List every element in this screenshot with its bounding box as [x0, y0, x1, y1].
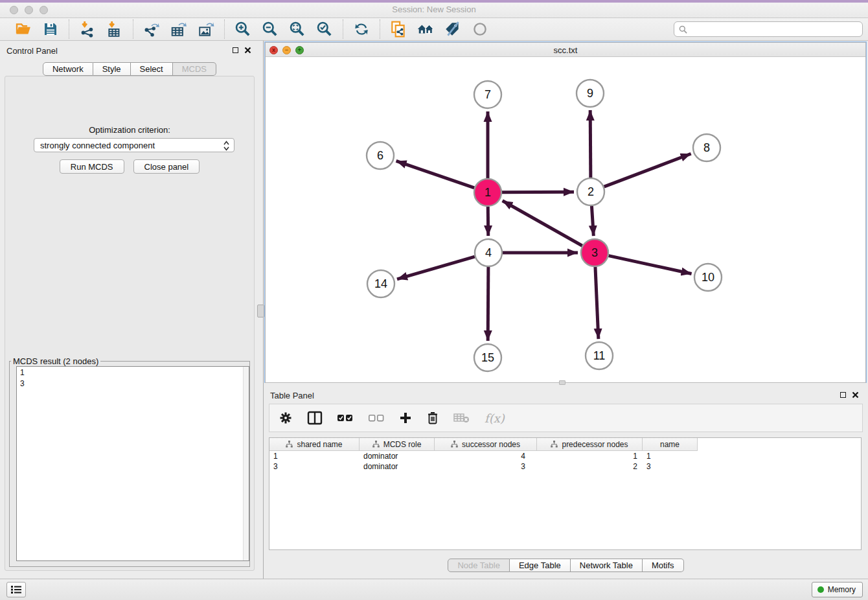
control-panel-float-icon[interactable]: [233, 47, 238, 53]
mcds-result-groupbox: MCDS result (2 nodes) 1 3: [9, 356, 250, 567]
svg-text:10: 10: [702, 271, 714, 284]
graph-node-11[interactable]: 11: [586, 342, 613, 369]
graph-node-4[interactable]: 4: [475, 239, 502, 266]
graph-edge-1-2[interactable]: [502, 192, 574, 192]
apply-function-icon[interactable]: f(x): [485, 411, 505, 425]
node-table[interactable]: shared nameMCDS rolesuccessor nodesprede…: [269, 437, 862, 550]
zoom-out-icon[interactable]: [261, 20, 279, 38]
table-row[interactable]: 1dominator411: [269, 451, 861, 461]
graph-edge-3-1[interactable]: [503, 201, 582, 246]
graph-edge-3-10[interactable]: [608, 256, 691, 274]
criterion-dropdown[interactable]: strongly connected component: [34, 138, 234, 152]
vertical-splitter-grip[interactable]: [257, 305, 264, 317]
tab-edge-table[interactable]: Edge Table: [510, 559, 571, 572]
zoom-selected-icon[interactable]: [315, 20, 334, 38]
add-column-icon[interactable]: [399, 411, 412, 424]
table-panel-float-icon[interactable]: [840, 392, 846, 398]
table-cell: 1: [269, 451, 360, 461]
graph-edge-4-15[interactable]: [488, 267, 488, 341]
tab-network[interactable]: Network: [43, 62, 93, 76]
hide-labels-icon[interactable]: [444, 20, 462, 38]
optimization-criterion-label: Optimization criterion:: [5, 125, 254, 135]
tab-mcds[interactable]: MCDS: [173, 62, 216, 76]
graph-node-9[interactable]: 9: [577, 80, 604, 107]
svg-text:3: 3: [591, 246, 598, 259]
refresh-network-icon[interactable]: [352, 20, 371, 38]
chevron-updown-icon: [223, 141, 229, 151]
tab-style[interactable]: Style: [93, 62, 131, 76]
tab-network-table[interactable]: Network Table: [571, 559, 643, 572]
import-network-icon[interactable]: [78, 20, 97, 38]
memory-label: Memory: [828, 585, 856, 594]
table-cell: 1: [643, 451, 698, 461]
export-image-icon[interactable]: [197, 20, 215, 38]
column-header-shared-name[interactable]: shared name: [269, 438, 360, 451]
graph-node-7[interactable]: 7: [474, 81, 501, 108]
graph-edge-3-11[interactable]: [595, 267, 599, 339]
column-header-successor-nodes[interactable]: successor nodes: [435, 438, 537, 451]
show-columns-icon[interactable]: [307, 411, 323, 425]
tab-node-table[interactable]: Node Table: [448, 559, 510, 572]
export-network-icon[interactable]: [143, 20, 161, 38]
zoom-fit-icon[interactable]: [288, 20, 306, 38]
graph-edge-2-3[interactable]: [591, 206, 593, 236]
graph-node-3[interactable]: 3: [581, 239, 608, 266]
control-panel-tabs: Network Style Select MCDS: [0, 62, 259, 76]
tab-select[interactable]: Select: [131, 62, 173, 76]
svg-text:11: 11: [593, 349, 606, 362]
import-table-icon[interactable]: [106, 20, 124, 38]
table-panel-title: Table Panel: [270, 391, 314, 400]
control-panel-close-icon[interactable]: [244, 47, 251, 54]
open-session-icon[interactable]: [14, 20, 32, 38]
graph-node-1[interactable]: 1: [474, 179, 501, 206]
graph-edge-2-8[interactable]: [604, 154, 691, 187]
horizontal-splitter-grip[interactable]: [559, 380, 565, 385]
network-canvas-svg[interactable]: 7968124314101511: [266, 57, 865, 382]
network-window-titlebar: x − + scc.txt: [266, 43, 865, 57]
graph-node-2[interactable]: 2: [577, 178, 604, 205]
table-cell: 3: [435, 461, 537, 472]
save-session-icon[interactable]: [41, 20, 60, 38]
search-input[interactable]: [690, 23, 862, 36]
show-all-networks-icon[interactable]: [417, 20, 435, 38]
tab-motifs[interactable]: Motifs: [643, 559, 684, 572]
delete-table-icon[interactable]: [453, 412, 470, 424]
task-list-icon: [11, 585, 21, 594]
graph-node-10[interactable]: 10: [694, 264, 722, 291]
table-header-row: shared nameMCDS rolesuccessor nodesprede…: [269, 438, 861, 451]
column-header-predecessor-nodes[interactable]: predecessor nodes: [537, 438, 643, 451]
svg-text:9: 9: [587, 87, 593, 100]
table-options-icon[interactable]: [279, 411, 293, 425]
memory-button[interactable]: Memory: [812, 582, 863, 597]
select-all-icon[interactable]: [337, 413, 354, 423]
table-panel-close-icon[interactable]: [852, 391, 859, 398]
vertical-splitter[interactable]: [259, 41, 264, 579]
result-scrollbar[interactable]: [243, 367, 249, 560]
run-mcds-button[interactable]: Run MCDS: [60, 159, 124, 174]
graph-node-8[interactable]: 8: [693, 134, 720, 161]
mcds-result-text[interactable]: 1 3: [17, 367, 242, 560]
close-panel-button[interactable]: Close panel: [133, 159, 200, 174]
zoom-in-icon[interactable]: [234, 20, 252, 38]
task-history-button[interactable]: [6, 582, 26, 597]
table-row[interactable]: 3dominator323: [269, 461, 861, 472]
svg-text:7: 7: [485, 88, 491, 101]
deselect-all-icon[interactable]: [368, 413, 385, 423]
column-header-name[interactable]: name: [643, 438, 698, 451]
graph-edge-2-9[interactable]: [590, 110, 591, 178]
column-tree-icon: [286, 441, 293, 448]
graph-edge-4-14[interactable]: [397, 257, 475, 279]
show-graphics-details-icon[interactable]: [471, 20, 489, 38]
graph-node-15[interactable]: 15: [474, 344, 501, 371]
graph-edge-1-6[interactable]: [396, 161, 475, 187]
clone-network-icon[interactable]: [389, 20, 407, 38]
control-panel-title: Control Panel: [6, 46, 58, 56]
delete-column-icon[interactable]: [426, 411, 439, 425]
export-table-icon[interactable]: [170, 20, 188, 38]
graph-node-14[interactable]: 14: [367, 270, 394, 297]
table-cell: 3: [643, 461, 698, 472]
fx-label: f(x): [485, 411, 505, 425]
column-header-MCDS-role[interactable]: MCDS role: [360, 438, 435, 451]
graph-node-6[interactable]: 6: [367, 142, 394, 169]
search-box: [674, 21, 863, 37]
